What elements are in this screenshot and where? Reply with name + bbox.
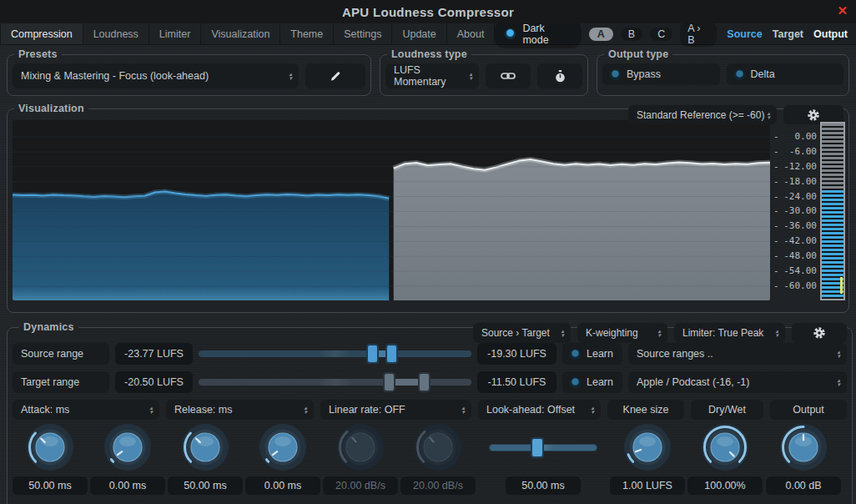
source-measured-value[interactable]: -19.30 LUFS — [477, 343, 556, 365]
linear-rate-knob-2-cell: 20.00 dB/s — [400, 423, 476, 495]
linear-rate-select[interactable]: Linear rate: OFF ▴▾ — [320, 400, 471, 420]
tab-theme[interactable]: Theme — [280, 23, 334, 44]
scale-tick: --60.00 — [770, 280, 818, 291]
loudness-type-section: Loudness type LUFS Momentary ▴▾ — [380, 48, 588, 96]
dynamics-settings-button[interactable] — [792, 323, 847, 343]
level-meter — [820, 122, 845, 300]
linear-rate-label: Linear rate: OFF — [329, 404, 405, 416]
tab-loudness[interactable]: Loudness — [83, 23, 149, 44]
meter-upper-segments — [822, 123, 843, 190]
linear-rate-knob-1[interactable] — [336, 423, 385, 471]
knee-size-knob-value[interactable]: 1.00 LUFS — [610, 476, 685, 495]
view-source-toggle[interactable]: Source — [727, 28, 762, 40]
reference-select[interactable]: Standard Reference (>= -60) ▴▾ — [628, 105, 777, 124]
bypass-radio-icon — [610, 69, 621, 80]
target-range-handle-low[interactable] — [383, 372, 395, 392]
timing-button[interactable] — [537, 63, 582, 88]
view-target-toggle[interactable]: Target — [773, 28, 803, 40]
dropdown-arrows-icon: ▴▾ — [149, 406, 153, 414]
view-output-toggle[interactable]: Output — [813, 28, 848, 40]
slot-c-button[interactable]: C — [650, 28, 672, 41]
target-range-row: Target range -20.50 LUFS -11.50 LUFS Lea… — [13, 371, 847, 393]
close-icon[interactable]: ✕ — [837, 3, 848, 18]
dropdown-arrows-icon: ▴▾ — [461, 406, 465, 414]
output-type-section: Output type Bypass Delta — [597, 48, 849, 96]
release-knob-1-value[interactable]: 50.00 ms — [168, 476, 243, 495]
link-channels-button[interactable] — [486, 63, 531, 88]
output-knob-value[interactable]: 0.00 dB — [766, 476, 841, 495]
learn-label: Learn — [587, 376, 613, 388]
dry-wet-knob-value[interactable]: 100.00% — [687, 476, 763, 495]
tab-bar: Compression Loudness Limiter Visualizati… — [0, 23, 856, 45]
loudness-type-selected: LUFS Momentary — [394, 64, 469, 88]
knee-size-knob[interactable] — [623, 423, 672, 471]
attack-knob-1[interactable] — [26, 423, 74, 471]
source-learn-button[interactable]: Learn — [562, 343, 622, 365]
source-range-slider[interactable] — [199, 343, 471, 365]
copy-a-to-b-button[interactable]: A › B — [680, 22, 717, 47]
tab-update[interactable]: Update — [392, 23, 446, 44]
source-range-handle-low[interactable] — [366, 344, 379, 364]
delta-toggle[interactable]: Delta — [727, 63, 844, 85]
attack-knob-2-value[interactable]: 0.00 ms — [90, 476, 165, 495]
target-range-label[interactable]: Target range — [13, 371, 109, 393]
output-knob-cell: 0.00 dB — [766, 423, 841, 495]
tab-compression[interactable]: Compression — [0, 23, 83, 44]
source-range-value[interactable]: -23.77 LUFS — [115, 343, 193, 365]
gear-icon — [812, 325, 827, 340]
knob-row: 50.00 ms 50.00 ms 0.00 ms 50.00 ms — [13, 423, 847, 503]
scale-tick: --42.00 — [770, 235, 818, 246]
tab-settings[interactable]: Settings — [334, 23, 392, 44]
attack-knob-1-value[interactable]: 50.00 ms — [13, 476, 88, 495]
target-range-value[interactable]: -20.50 LUFS — [115, 371, 193, 393]
release-knob-2-value[interactable]: 0.00 ms — [245, 476, 320, 495]
loudness-chart[interactable] — [13, 120, 770, 300]
visualization-section: Visualization Standard Reference (>= -60… — [7, 103, 849, 313]
source-ranges-select[interactable]: Source ranges .. ▴▾ — [628, 343, 847, 365]
dry-wet-knob[interactable] — [701, 423, 749, 471]
attack-mode-label: Attack: ms — [21, 404, 69, 416]
source-range-label[interactable]: Source range — [13, 343, 109, 365]
loudness-type-select[interactable]: LUFS Momentary ▴▾ — [385, 63, 479, 88]
tab-limiter[interactable]: Limiter — [149, 23, 202, 44]
bypass-toggle[interactable]: Bypass — [602, 63, 720, 85]
tab-about[interactable]: About — [447, 23, 496, 44]
target-preset-select[interactable]: Apple / Podcast (-16, -1) ▴▾ — [628, 371, 847, 393]
release-knob-1[interactable] — [181, 423, 229, 471]
linear-rate-knob-2[interactable] — [414, 423, 462, 471]
lookahead-mode-select[interactable]: Look-ahead: Offset ▴▾ — [478, 400, 601, 420]
release-knob-2[interactable] — [259, 423, 307, 471]
stopwatch-icon — [555, 70, 566, 83]
output-header: Output — [770, 400, 847, 420]
lookahead-slider-handle[interactable] — [531, 437, 544, 458]
dark-mode-radio-icon — [505, 28, 516, 39]
weighting-select[interactable]: K-weighting ▴▾ — [577, 323, 667, 343]
target-range-handle-high[interactable] — [418, 372, 431, 392]
source-range-handle-high[interactable] — [385, 344, 398, 364]
preset-select[interactable]: Mixing & Mastering - Focus (look-ahead) … — [13, 63, 299, 88]
reference-selected: Standard Reference (>= -60) — [637, 109, 764, 121]
dropdown-arrows-icon: ▴▾ — [837, 378, 840, 386]
release-mode-select[interactable]: Release: ms ▴▾ — [166, 400, 314, 420]
bypass-label: Bypass — [627, 68, 661, 80]
attack-knob-2[interactable] — [103, 423, 152, 471]
lookahead-slider[interactable] — [489, 423, 597, 471]
dark-mode-toggle[interactable]: Dark mode — [495, 20, 581, 48]
db-scale: -0.00--6.00--12.00--18.00--24.00--30.00-… — [770, 120, 818, 300]
limiter-select[interactable]: Limiter: True Peak ▴▾ — [674, 323, 785, 343]
edit-preset-button[interactable] — [305, 63, 365, 88]
lookahead-value[interactable]: 50.00 ms — [506, 476, 581, 495]
target-measured-value[interactable]: -11.50 LUFS — [477, 371, 556, 393]
target-range-slider[interactable] — [199, 371, 471, 393]
output-knob[interactable] — [779, 423, 828, 471]
slot-a-button[interactable]: A — [589, 28, 613, 41]
learn-radio-icon — [570, 377, 581, 388]
delta-label: Delta — [751, 68, 775, 80]
target-learn-button[interactable]: Learn — [562, 371, 622, 393]
slider-track[interactable] — [199, 350, 471, 357]
mode-select[interactable]: Source › Target ▴▾ — [473, 323, 571, 343]
attack-mode-select[interactable]: Attack: ms ▴▾ — [13, 400, 159, 420]
tab-visualization[interactable]: Visualization — [201, 23, 280, 44]
slot-b-button[interactable]: B — [621, 28, 642, 41]
dry-wet-header: Dry/Wet — [691, 400, 763, 420]
